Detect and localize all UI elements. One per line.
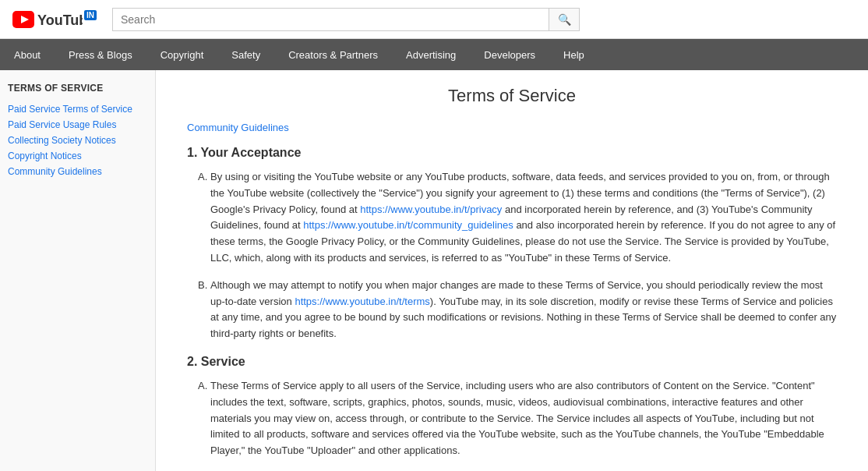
inline-link[interactable]: https://www.youtube.in/t/community_guide… <box>303 219 513 231</box>
sidebar-link-copyright-notices[interactable]: Copyright Notices <box>8 148 147 164</box>
nav-item-creators-partners[interactable]: Creators & Partners <box>274 39 392 70</box>
sidebar-title: TERMS OF SERVICE <box>8 83 147 94</box>
main-layout: TERMS OF SERVICE Paid Service Terms of S… <box>0 70 868 471</box>
sections-container: 1. Your AcceptanceBy using or visiting t… <box>187 146 837 459</box>
sidebar-link-paid-service-usage[interactable]: Paid Service Usage Rules <box>8 117 147 133</box>
main-nav: AboutPress & BlogsCopyrightSafetyCreator… <box>0 39 868 70</box>
nav-item-safety[interactable]: Safety <box>217 39 274 70</box>
inline-link[interactable]: https://www.youtube.in/t/terms <box>295 296 429 307</box>
youtube-logo-icon[interactable]: YouTube <box>12 8 83 31</box>
search-button[interactable]: 🔍 <box>549 8 580 31</box>
search-input[interactable] <box>112 8 549 31</box>
sidebar-link-paid-service-tos[interactable]: Paid Service Terms of Service <box>8 101 147 117</box>
logo-area: YouTube IN <box>12 8 97 31</box>
section-list-1: By using or visiting the YouTube website… <box>187 169 837 342</box>
nav-item-developers[interactable]: Developers <box>470 39 549 70</box>
nav-item-advertising[interactable]: Advertising <box>392 39 470 70</box>
nav-item-about[interactable]: About <box>0 39 55 70</box>
section-item-1-2: Although we may attempt to notify you wh… <box>210 278 837 342</box>
sidebar: TERMS OF SERVICE Paid Service Terms of S… <box>0 70 156 471</box>
section-item-1-1: By using or visiting the YouTube website… <box>210 169 837 267</box>
sidebar-links: Paid Service Terms of ServicePaid Servic… <box>8 101 147 179</box>
nav-item-copyright[interactable]: Copyright <box>146 39 218 70</box>
inline-link[interactable]: https://www.youtube.in/t/privacy <box>360 204 502 215</box>
svg-text:YouTube: YouTube <box>37 12 83 28</box>
sidebar-link-collecting-society[interactable]: Collecting Society Notices <box>8 133 147 148</box>
search-icon: 🔍 <box>558 13 571 26</box>
nav-item-press-blogs[interactable]: Press & Blogs <box>55 39 146 70</box>
section-list-2: These Terms of Service apply to all user… <box>187 378 837 459</box>
sidebar-link-community-guidelines[interactable]: Community Guidelines <box>8 164 147 179</box>
community-guidelines-link[interactable]: Community Guidelines <box>187 122 837 133</box>
section-heading-2: 2. Service <box>187 355 837 369</box>
page-title: Terms of Service <box>187 86 837 106</box>
header: YouTube IN 🔍 <box>0 0 868 39</box>
search-container: 🔍 <box>112 8 580 31</box>
section-item-2-1: These Terms of Service apply to all user… <box>210 378 837 459</box>
section-heading-1: 1. Your Acceptance <box>187 146 837 160</box>
nav-item-help[interactable]: Help <box>549 39 598 70</box>
country-badge: IN <box>84 10 97 20</box>
content-area: Terms of Service Community Guidelines 1.… <box>156 70 868 471</box>
